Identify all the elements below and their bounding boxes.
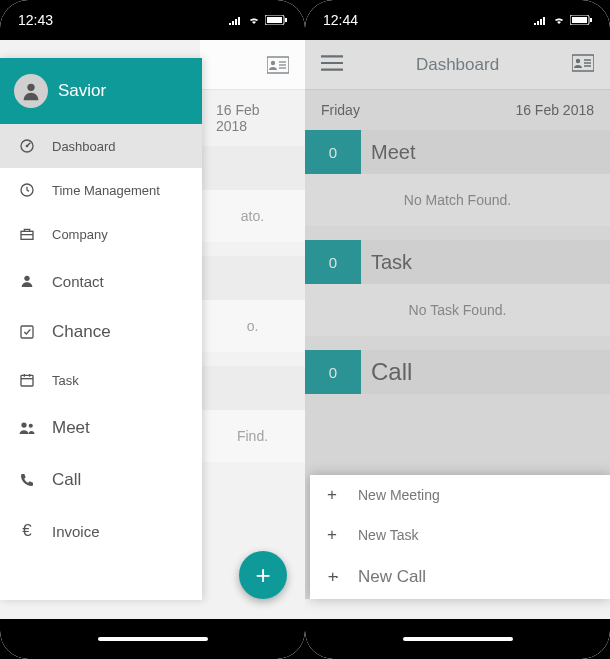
phone-icon <box>18 471 36 489</box>
svg-rect-16 <box>21 326 33 338</box>
task-empty-message: No Task Found. <box>305 284 610 336</box>
svg-rect-25 <box>590 18 592 22</box>
signal-icon <box>229 15 243 25</box>
sidebar-label: Chance <box>52 322 184 342</box>
check-square-icon <box>18 323 36 341</box>
fab-menu-new-meeting[interactable]: + New Meeting <box>310 475 610 515</box>
wifi-icon <box>552 15 566 25</box>
plus-call-icon: +· <box>324 567 340 587</box>
sidebar-item-task[interactable]: Task <box>0 358 202 402</box>
gauge-icon <box>18 137 36 155</box>
status-icons <box>229 15 287 25</box>
calendar-icon <box>18 371 36 389</box>
sidebar-username: Savior <box>58 81 106 101</box>
fab-menu-label: New Meeting <box>358 487 440 503</box>
section-task: 0 Task No Task Found. <box>305 240 610 336</box>
sidebar-label: Company <box>52 227 184 242</box>
svg-rect-24 <box>572 17 587 23</box>
status-time: 12:43 <box>18 12 53 28</box>
section-body: ato. <box>200 190 305 242</box>
sidebar-label: Dashboard <box>52 139 184 154</box>
page-title: Dashboard <box>416 55 499 75</box>
top-bar: Dashboard <box>305 40 610 90</box>
fab-menu-label: New Task <box>358 527 418 543</box>
bottom-bar <box>0 619 305 659</box>
sidebar-label: Contact <box>52 273 184 290</box>
task-count: 0 <box>305 240 361 284</box>
sidebar-label: Call <box>52 470 184 490</box>
sidebar-item-company[interactable]: Company <box>0 212 202 256</box>
person-icon <box>20 80 42 102</box>
sidebar-label: Meet <box>52 418 184 438</box>
date-full: 16 Feb 2018 <box>216 102 289 134</box>
sidebar-label: Invoice <box>52 523 184 540</box>
people-icon <box>18 419 36 437</box>
section-title: Task <box>371 251 412 274</box>
sidebar-item-meet[interactable]: Meet <box>0 402 202 454</box>
sidebar-item-contact[interactable]: Contact <box>0 256 202 306</box>
svg-rect-2 <box>285 18 287 22</box>
status-time: 12:44 <box>323 12 358 28</box>
call-count: 0 <box>305 350 361 394</box>
sidebar-label: Time Management <box>52 183 184 198</box>
sidebar-item-call[interactable]: Call <box>0 454 202 506</box>
menu-button[interactable] <box>321 53 343 77</box>
section-body: o. <box>200 300 305 352</box>
fab-menu-new-task[interactable]: + New Task <box>310 515 610 555</box>
svg-point-4 <box>271 60 275 64</box>
fab-add-button[interactable]: + <box>239 551 287 599</box>
main-content-behind: 16 Feb 2018 ato. o. Find. <box>200 40 305 619</box>
section-title: Call <box>371 358 412 386</box>
screen-fab-menu-open: 12:44 Dashboard Friday 16 Feb 2018 0 <box>305 0 610 659</box>
id-card-icon <box>572 53 594 73</box>
meet-count: 0 <box>305 130 361 174</box>
svg-rect-1 <box>267 17 282 23</box>
svg-point-15 <box>24 276 29 281</box>
sidebar: Savior Dashboard Time Management Company <box>0 58 202 600</box>
section-call: 0 Call <box>305 350 610 394</box>
status-icons <box>534 15 592 25</box>
sidebar-header: Savior <box>0 58 202 124</box>
date-full: 16 Feb 2018 <box>515 102 594 118</box>
svg-rect-17 <box>21 375 33 386</box>
fab-menu-label: New Call <box>358 567 426 587</box>
svg-line-11 <box>27 143 30 146</box>
person-icon <box>18 272 36 290</box>
meet-empty-message: No Match Found. <box>305 174 610 226</box>
section-title: Meet <box>371 141 415 164</box>
fab-menu: + New Meeting + New Task +· New Call <box>310 475 610 599</box>
battery-icon <box>570 15 592 25</box>
svg-point-8 <box>27 84 34 91</box>
id-card-icon <box>267 55 289 75</box>
battery-icon <box>265 15 287 25</box>
bottom-bar <box>305 619 610 659</box>
status-bar: 12:43 <box>0 0 305 40</box>
svg-point-22 <box>29 424 33 428</box>
fab-menu-new-call[interactable]: +· New Call <box>310 555 610 599</box>
svg-point-30 <box>576 58 580 62</box>
svg-point-21 <box>21 422 26 427</box>
sidebar-label: Task <box>52 373 184 388</box>
section-body: Find. <box>200 410 305 462</box>
sidebar-item-invoice[interactable]: € Invoice <box>0 506 202 556</box>
screen-sidebar-open: 12:43 16 Feb 2018 ato. o. <box>0 0 305 659</box>
date-row: Friday 16 Feb 2018 <box>305 90 610 130</box>
status-bar: 12:44 <box>305 0 610 40</box>
briefcase-icon <box>18 225 36 243</box>
home-indicator[interactable] <box>403 637 513 641</box>
date-day: Friday <box>321 102 360 118</box>
sidebar-item-chance[interactable]: Chance <box>0 306 202 358</box>
home-indicator[interactable] <box>98 637 208 641</box>
id-card-button[interactable] <box>572 53 594 77</box>
sidebar-item-time-management[interactable]: Time Management <box>0 168 202 212</box>
plus-icon: + <box>324 485 340 505</box>
section-meet: 0 Meet No Match Found. <box>305 130 610 226</box>
sidebar-item-dashboard[interactable]: Dashboard <box>0 124 202 168</box>
euro-icon: € <box>18 522 36 540</box>
avatar[interactable] <box>14 74 48 108</box>
plus-icon: + <box>324 525 340 545</box>
clock-icon <box>18 181 36 199</box>
hamburger-icon <box>321 53 343 73</box>
wifi-icon <box>247 15 261 25</box>
signal-icon <box>534 15 548 25</box>
